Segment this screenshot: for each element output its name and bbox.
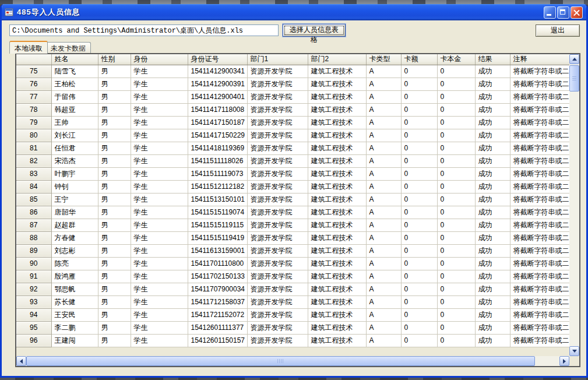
cell-note[interactable]: 将截断字符串或二... bbox=[510, 219, 569, 231]
cell-dept1[interactable]: 资源开发学院 bbox=[247, 154, 308, 167]
cell-id-number[interactable]: 15411412900391 bbox=[188, 78, 247, 90]
cell-note[interactable]: 将截断字符串或二... bbox=[510, 257, 569, 270]
cell-card-principal[interactable]: 0 bbox=[437, 295, 475, 308]
cell-result[interactable]: 成功 bbox=[475, 180, 510, 193]
cell-note[interactable]: 将截断字符串或二... bbox=[510, 180, 569, 193]
row-header-cell[interactable]: 85 bbox=[16, 193, 51, 206]
cell-card-type[interactable]: A bbox=[366, 257, 401, 270]
cell-gender[interactable]: 男 bbox=[98, 167, 131, 180]
cell-card-amount[interactable]: 0 bbox=[401, 193, 437, 206]
cell-identity[interactable]: 学生 bbox=[131, 321, 188, 334]
cell-name[interactable]: 韩超亚 bbox=[51, 103, 98, 116]
cell-dept2[interactable]: 建筑工程技术 bbox=[308, 334, 366, 347]
row-header-cell[interactable]: 80 bbox=[16, 129, 51, 142]
cell-card-type[interactable]: A bbox=[366, 231, 401, 244]
cell-note[interactable]: 将截断字符串或二... bbox=[510, 103, 569, 116]
cell-dept1[interactable]: 资源开发学院 bbox=[247, 129, 308, 142]
row-header-cell[interactable]: 89 bbox=[16, 244, 51, 257]
cell-name[interactable]: 刘志彬 bbox=[51, 244, 98, 257]
cell-card-principal[interactable]: 0 bbox=[437, 167, 475, 180]
cell-card-principal[interactable]: 0 bbox=[437, 154, 475, 167]
cell-dept2[interactable]: 建筑工程技术 bbox=[308, 103, 366, 116]
column-header[interactable]: 注释 bbox=[510, 54, 569, 65]
cell-id-number[interactable]: 15411513150101 bbox=[188, 193, 247, 206]
cell-dept1[interactable]: 资源开发学院 bbox=[247, 308, 308, 321]
cell-card-principal[interactable]: 0 bbox=[437, 321, 475, 334]
cell-result[interactable]: 成功 bbox=[475, 78, 510, 90]
cell-dept1[interactable]: 资源开发学院 bbox=[247, 283, 308, 295]
cell-name[interactable]: 任恒君 bbox=[51, 142, 98, 154]
cell-card-principal[interactable]: 0 bbox=[437, 116, 475, 129]
cell-dept1[interactable]: 资源开发学院 bbox=[247, 206, 308, 219]
cell-card-amount[interactable]: 0 bbox=[401, 321, 437, 334]
cell-name[interactable]: 王安民 bbox=[51, 308, 98, 321]
cell-card-type[interactable]: A bbox=[366, 142, 401, 154]
cell-gender[interactable]: 男 bbox=[98, 129, 131, 142]
cell-identity[interactable]: 学生 bbox=[131, 283, 188, 295]
row-header-cell[interactable]: 93 bbox=[16, 295, 51, 308]
row-header-cell[interactable]: 87 bbox=[16, 219, 51, 231]
cell-gender[interactable]: 男 bbox=[98, 65, 131, 78]
cell-result[interactable]: 成功 bbox=[475, 129, 510, 142]
row-header-cell[interactable]: 96 bbox=[16, 334, 51, 347]
cell-id-number[interactable]: 15412601111377 bbox=[188, 321, 247, 334]
cell-gender[interactable]: 男 bbox=[98, 103, 131, 116]
cell-note[interactable]: 将截断字符串或二... bbox=[510, 116, 569, 129]
cell-card-type[interactable]: A bbox=[366, 321, 401, 334]
cell-result[interactable]: 成功 bbox=[475, 142, 510, 154]
cell-gender[interactable]: 男 bbox=[98, 308, 131, 321]
row-header-cell[interactable]: 92 bbox=[16, 283, 51, 295]
cell-result[interactable]: 成功 bbox=[475, 295, 510, 308]
cell-identity[interactable]: 学生 bbox=[131, 154, 188, 167]
row-header-cell[interactable]: 83 bbox=[16, 167, 51, 180]
cell-result[interactable]: 成功 bbox=[475, 206, 510, 219]
cell-note[interactable]: 将截断字符串或二... bbox=[510, 308, 569, 321]
cell-name[interactable]: 陈亮 bbox=[51, 257, 98, 270]
cell-card-type[interactable]: A bbox=[366, 65, 401, 78]
cell-identity[interactable]: 学生 bbox=[131, 219, 188, 231]
cell-card-amount[interactable]: 0 bbox=[401, 270, 437, 283]
cell-note[interactable]: 将截断字符串或二... bbox=[510, 65, 569, 78]
cell-note[interactable]: 将截断字符串或二... bbox=[510, 78, 569, 90]
cell-dept2[interactable]: 建筑工程技术 bbox=[308, 65, 366, 78]
cell-note[interactable]: 将截断字符串或二... bbox=[510, 321, 569, 334]
cell-dept2[interactable]: 建筑工程技术 bbox=[308, 308, 366, 321]
cell-dept2[interactable]: 建筑工程技术 bbox=[308, 283, 366, 295]
cell-dept1[interactable]: 资源开发学院 bbox=[247, 334, 308, 347]
cell-gender[interactable]: 男 bbox=[98, 334, 131, 347]
cell-name[interactable]: 殷鸿雁 bbox=[51, 270, 98, 283]
cell-note[interactable]: 将截断字符串或二... bbox=[510, 154, 569, 167]
grid-corner-header[interactable] bbox=[16, 54, 51, 65]
cell-id-number[interactable]: 15411515119074 bbox=[188, 206, 247, 219]
cell-gender[interactable]: 男 bbox=[98, 231, 131, 244]
cell-card-type[interactable]: A bbox=[366, 308, 401, 321]
cell-id-number[interactable]: 15411511119073 bbox=[188, 167, 247, 180]
horizontal-scroll-thumb[interactable] bbox=[26, 356, 535, 366]
cell-id-number[interactable]: 15411712158037 bbox=[188, 295, 247, 308]
cell-note[interactable]: 将截断字符串或二... bbox=[510, 142, 569, 154]
cell-gender[interactable]: 男 bbox=[98, 193, 131, 206]
cell-card-amount[interactable]: 0 bbox=[401, 308, 437, 321]
cell-result[interactable]: 成功 bbox=[475, 193, 510, 206]
cell-dept2[interactable]: 建筑工程技术 bbox=[308, 270, 366, 283]
cell-card-type[interactable]: A bbox=[366, 103, 401, 116]
row-header-cell[interactable]: 77 bbox=[16, 90, 51, 103]
cell-card-type[interactable]: A bbox=[366, 219, 401, 231]
cell-result[interactable]: 成功 bbox=[475, 103, 510, 116]
cell-name[interactable]: 陆雪飞 bbox=[51, 65, 98, 78]
row-header-cell[interactable]: 81 bbox=[16, 142, 51, 154]
cell-dept2[interactable]: 建筑工程技术 bbox=[308, 90, 366, 103]
cell-identity[interactable]: 学生 bbox=[131, 295, 188, 308]
tab-local-read[interactable]: 本地读取 bbox=[9, 41, 48, 54]
row-header-cell[interactable]: 86 bbox=[16, 206, 51, 219]
cell-card-principal[interactable]: 0 bbox=[437, 78, 475, 90]
cell-id-number[interactable]: 15411515119115 bbox=[188, 219, 247, 231]
cell-gender[interactable]: 男 bbox=[98, 180, 131, 193]
cell-dept1[interactable]: 资源开发学院 bbox=[247, 270, 308, 283]
cell-identity[interactable]: 学生 bbox=[131, 90, 188, 103]
cell-id-number[interactable]: 15411412900341 bbox=[188, 65, 247, 78]
vertical-scroll-thumb[interactable] bbox=[569, 65, 579, 92]
cell-result[interactable]: 成功 bbox=[475, 283, 510, 295]
cell-card-amount[interactable]: 0 bbox=[401, 78, 437, 90]
cell-card-principal[interactable]: 0 bbox=[437, 308, 475, 321]
